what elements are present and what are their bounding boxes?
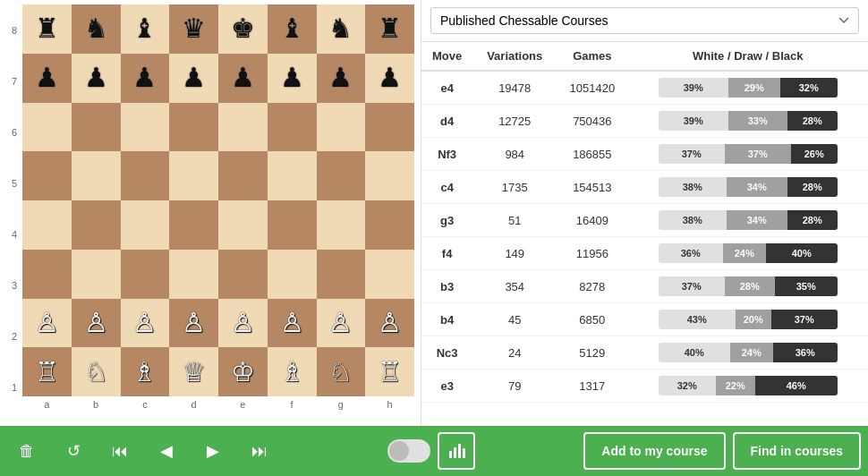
square-6e[interactable] bbox=[218, 103, 268, 152]
square-1b[interactable]: ♘ bbox=[72, 347, 121, 396]
square-4f[interactable] bbox=[268, 200, 317, 250]
board-wrapper: 8 7 6 5 4 3 2 1 ♜♞♝♛♚♝♞♜♟♟♟♟♟♟♟♟♙♙♙♙♙♙♙♙… bbox=[6, 4, 414, 412]
square-6f[interactable] bbox=[268, 103, 317, 152]
square-1a[interactable]: ♖ bbox=[22, 347, 72, 396]
square-2e[interactable]: ♙ bbox=[218, 299, 268, 348]
square-5d[interactable] bbox=[169, 151, 218, 200]
table-row[interactable]: Nf398418685537%37%26% bbox=[421, 138, 868, 171]
square-7g[interactable]: ♟ bbox=[317, 54, 366, 103]
square-4c[interactable] bbox=[121, 200, 170, 250]
square-6c[interactable] bbox=[121, 103, 170, 152]
square-8a[interactable]: ♜ bbox=[22, 4, 72, 54]
square-2h[interactable]: ♙ bbox=[365, 299, 414, 348]
add-to-course-button[interactable]: Add to my course bbox=[583, 432, 725, 470]
square-2b[interactable]: ♙ bbox=[72, 299, 121, 348]
file-g: g bbox=[317, 396, 366, 412]
square-1e[interactable]: ♔ bbox=[218, 347, 268, 396]
square-7c[interactable]: ♟ bbox=[121, 54, 170, 103]
first-move-button[interactable]: ⏮ bbox=[100, 433, 140, 469]
square-8d[interactable]: ♛ bbox=[169, 4, 218, 54]
square-6h[interactable] bbox=[365, 103, 414, 152]
square-8c[interactable]: ♝ bbox=[121, 4, 170, 54]
square-3b[interactable] bbox=[72, 250, 121, 299]
table-row[interactable]: e419478105142039%29%32% bbox=[421, 71, 868, 105]
square-8e[interactable]: ♚ bbox=[218, 4, 268, 54]
moves-table: Move Variations Games White / Draw / Bla… bbox=[421, 42, 868, 403]
square-4a[interactable] bbox=[22, 200, 72, 250]
table-row[interactable]: d41272575043639%33%28% bbox=[421, 105, 868, 138]
square-8b[interactable]: ♞ bbox=[72, 4, 121, 54]
square-4h[interactable] bbox=[365, 200, 414, 250]
table-row[interactable]: e379131732%22%46% bbox=[421, 370, 868, 403]
square-1c[interactable]: ♗ bbox=[121, 347, 170, 396]
square-6a[interactable] bbox=[22, 103, 72, 152]
move-cell: d4 bbox=[421, 105, 472, 138]
header-variations: Variations bbox=[472, 42, 557, 71]
table-row[interactable]: b3354827837%28%35% bbox=[421, 270, 868, 303]
square-3g[interactable] bbox=[317, 250, 366, 299]
square-2a[interactable]: ♙ bbox=[22, 299, 72, 348]
prev-icon: ◀ bbox=[160, 441, 173, 461]
square-3h[interactable] bbox=[365, 250, 414, 299]
square-2d[interactable]: ♙ bbox=[169, 299, 218, 348]
square-5b[interactable] bbox=[72, 151, 121, 200]
square-5e[interactable] bbox=[218, 151, 268, 200]
square-6g[interactable] bbox=[317, 103, 366, 152]
table-row[interactable]: f41491195636%24%40% bbox=[421, 237, 868, 270]
delete-button[interactable]: 🗑 bbox=[7, 433, 47, 469]
refresh-button[interactable]: ↺ bbox=[54, 433, 93, 469]
file-d: d bbox=[169, 396, 218, 412]
square-1h[interactable]: ♖ bbox=[365, 347, 414, 396]
square-5c[interactable] bbox=[121, 151, 170, 200]
table-row[interactable]: c4173515451338%34%28% bbox=[421, 171, 868, 204]
find-in-courses-button[interactable]: Find in courses bbox=[733, 432, 861, 470]
moves-table-container[interactable]: Move Variations Games White / Draw / Bla… bbox=[421, 42, 868, 426]
square-2c[interactable]: ♙ bbox=[121, 299, 170, 348]
square-1d[interactable]: ♕ bbox=[169, 347, 218, 396]
toggle-switch[interactable] bbox=[387, 439, 430, 463]
course-dropdown[interactable]: Published Chessable CoursesMy CoursesAll… bbox=[430, 7, 859, 34]
svg-rect-1 bbox=[454, 447, 456, 458]
square-6d[interactable] bbox=[169, 103, 218, 152]
square-5g[interactable] bbox=[317, 151, 366, 200]
rank-2: 2 bbox=[6, 310, 22, 361]
square-2g[interactable]: ♙ bbox=[317, 299, 366, 348]
rank-6: 6 bbox=[6, 106, 22, 157]
square-6b[interactable] bbox=[72, 103, 121, 152]
prev-move-button[interactable]: ◀ bbox=[147, 433, 186, 469]
square-7a[interactable]: ♟ bbox=[22, 54, 72, 103]
square-7b[interactable]: ♟ bbox=[72, 54, 121, 103]
square-4g[interactable] bbox=[317, 200, 366, 250]
variations-cell: 984 bbox=[472, 138, 557, 171]
square-3c[interactable] bbox=[121, 250, 170, 299]
square-5a[interactable] bbox=[22, 151, 72, 200]
square-3e[interactable] bbox=[218, 250, 268, 299]
wdb-cell: 39%29%32% bbox=[627, 71, 868, 105]
square-1g[interactable]: ♘ bbox=[317, 347, 366, 396]
square-3f[interactable] bbox=[268, 250, 317, 299]
square-8h[interactable]: ♜ bbox=[365, 4, 414, 54]
square-7e[interactable]: ♟ bbox=[218, 54, 268, 103]
square-4d[interactable] bbox=[169, 200, 218, 250]
square-3a[interactable] bbox=[22, 250, 72, 299]
chess-board[interactable]: ♜♞♝♛♚♝♞♜♟♟♟♟♟♟♟♟♙♙♙♙♙♙♙♙♖♘♗♕♔♗♘♖ bbox=[22, 4, 414, 396]
last-move-button[interactable]: ⏭ bbox=[240, 433, 279, 469]
wdb-cell: 37%28%35% bbox=[627, 270, 868, 303]
square-8g[interactable]: ♞ bbox=[317, 4, 366, 54]
table-row[interactable]: b445685043%20%37% bbox=[421, 303, 868, 336]
square-4b[interactable] bbox=[72, 200, 121, 250]
next-move-button[interactable]: ▶ bbox=[193, 433, 233, 469]
square-4e[interactable] bbox=[218, 200, 268, 250]
square-7h[interactable]: ♟ bbox=[365, 54, 414, 103]
analysis-icon-button[interactable] bbox=[438, 432, 475, 470]
square-5f[interactable] bbox=[268, 151, 317, 200]
table-row[interactable]: g3511640938%34%28% bbox=[421, 204, 868, 237]
table-row[interactable]: Nc324512940%24%36% bbox=[421, 336, 868, 370]
square-8f[interactable]: ♝ bbox=[268, 4, 317, 54]
square-3d[interactable] bbox=[169, 250, 218, 299]
square-7f[interactable]: ♟ bbox=[268, 54, 317, 103]
square-5h[interactable] bbox=[365, 151, 414, 200]
square-7d[interactable]: ♟ bbox=[169, 54, 218, 103]
square-1f[interactable]: ♗ bbox=[268, 347, 317, 396]
square-2f[interactable]: ♙ bbox=[268, 299, 317, 348]
